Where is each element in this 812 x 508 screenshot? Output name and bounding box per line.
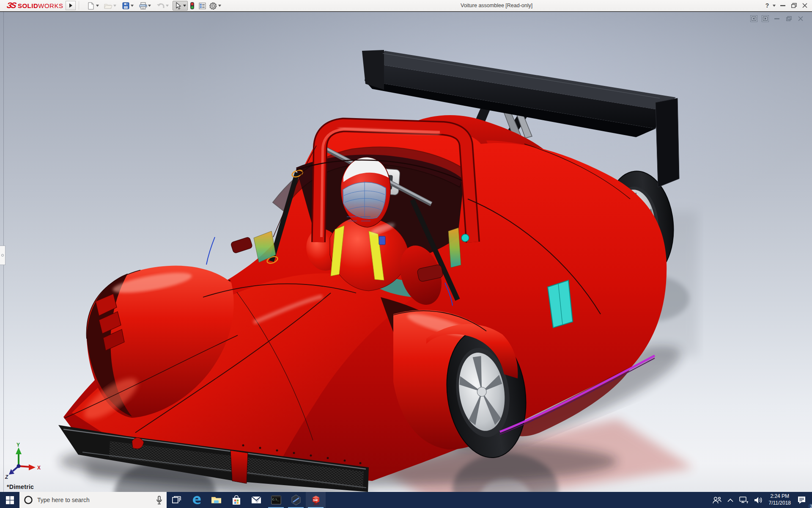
title-bar: ЗS SOLIDWORKS [0,0,812,11]
save-button[interactable] [121,1,134,11]
document-close-button[interactable] [797,15,804,22]
action-center-button[interactable]: 3 [794,492,812,508]
chevron-up-icon [727,498,733,502]
file-properties-icon [198,2,206,10]
taskbar-clock[interactable]: 2:24 PM 7/11/2018 [765,493,795,506]
store-icon [232,495,241,505]
reference-triad: Y X Z [3,442,49,480]
file-properties-button[interactable] [198,1,206,11]
open-button[interactable] [104,1,117,11]
clock-date: 7/11/2018 [769,500,791,507]
triad-y-label: Y [16,442,20,448]
toolbar-separator [79,1,79,10]
document-minimize-button[interactable] [773,15,781,22]
clock-time: 2:24 PM [769,493,791,500]
undo-button[interactable] [156,1,169,11]
microphone-icon[interactable] [156,496,162,505]
system-tray: 2:24 PM 7/11/2018 3 [709,492,812,508]
document-restore-button[interactable] [785,15,793,22]
cortana-icon [24,495,33,505]
panel-splitter-tab[interactable] [0,246,5,265]
help-button[interactable]: ? [763,0,772,11]
driver-helmet [341,157,390,227]
flyout-arrow-icon [69,3,73,8]
windows-taskbar: C:\_ SW 2017 [0,492,812,508]
task-view-icon [172,496,181,504]
minimize-icon [780,5,785,6]
undo-dropdown[interactable] [165,2,169,10]
minimize-button[interactable] [778,0,787,11]
edge-icon [192,495,202,505]
pane-left-icon [752,17,756,21]
print-dropdown[interactable] [147,2,151,10]
command-prompt-button[interactable]: C:\_ [266,492,286,508]
car-3d-model[interactable] [0,12,812,492]
hexagon-3d-app-button[interactable] [286,492,306,508]
command-prompt-icon: C:\_ [271,495,281,505]
search-input[interactable] [37,497,152,503]
new-document-icon [87,2,95,10]
task-view-button[interactable] [167,492,187,508]
pane-right-icon [763,17,768,21]
pane-right-toggle-button[interactable] [762,15,769,22]
rebuild-button[interactable] [188,1,196,11]
mail-button[interactable] [246,492,266,508]
edge-browser-button[interactable] [187,492,206,508]
doc-close-icon [798,16,803,21]
select-dropdown[interactable] [182,2,187,10]
solidworks-logo[interactable]: ЗS SOLIDWORKS [7,1,63,10]
network-icon [739,497,748,504]
save-floppy-icon [121,2,130,10]
options-gear-icon [209,2,217,10]
pane-left-toggle-button[interactable] [750,15,757,22]
tray-overflow-button[interactable] [724,492,736,508]
volume-icon [754,497,763,504]
save-dropdown[interactable] [130,2,134,10]
taskbar-app-icons: C:\_ SW 2017 [167,492,326,508]
taskbar-search-box[interactable] [19,492,167,508]
file-explorer-button[interactable] [206,492,226,508]
close-icon [802,3,807,8]
solidworks-2017-button[interactable]: SW 2017 [306,492,326,508]
store-button[interactable] [226,492,246,508]
triad-x-label: X [37,465,41,471]
select-tool-button[interactable] [173,1,188,11]
volume-button[interactable] [751,492,765,508]
doc-minimize-icon [774,18,779,19]
people-button[interactable] [709,492,724,508]
restore-icon [791,3,797,8]
file-explorer-icon [211,496,222,504]
open-folder-icon [104,2,112,10]
open-dropdown[interactable] [112,2,117,10]
print-icon [139,2,147,10]
options-dropdown[interactable] [217,2,222,10]
mail-icon [251,496,261,504]
close-button[interactable] [800,0,809,11]
svg-text:SW: SW [313,499,318,502]
print-button[interactable] [139,1,151,11]
window-title: Voiture assomblee [Read-only] [461,3,532,8]
logo-solid-text: SOLID [18,2,38,9]
options-button[interactable] [209,1,222,11]
restore-button[interactable] [789,0,798,11]
solidworks-window: ЗS SOLIDWORKS [0,0,812,508]
svg-text:2017: 2017 [314,503,320,505]
network-button[interactable] [736,492,751,508]
solidworks-2017-icon: SW 2017 [310,494,321,505]
graphics-viewport[interactable]: Y X Z *Dimetric [0,12,812,492]
help-dropdown[interactable] [771,0,776,11]
new-document-dropdown[interactable] [95,2,99,10]
logo-works-text: WORKS [38,2,63,9]
document-window-controls [750,15,804,22]
start-button[interactable] [0,492,19,508]
people-icon [712,496,721,504]
doc-restore-icon [786,16,792,21]
menu-flyout-button[interactable] [66,1,76,10]
view-orientation-label: *Dimetric [7,483,34,490]
svg-text:C:\_: C:\_ [272,498,279,501]
new-document-button[interactable] [87,1,99,11]
undo-icon [156,2,165,10]
notification-badge: 3 [808,503,812,508]
rebuild-traffic-light-icon [188,2,196,10]
action-center-icon [797,496,806,504]
